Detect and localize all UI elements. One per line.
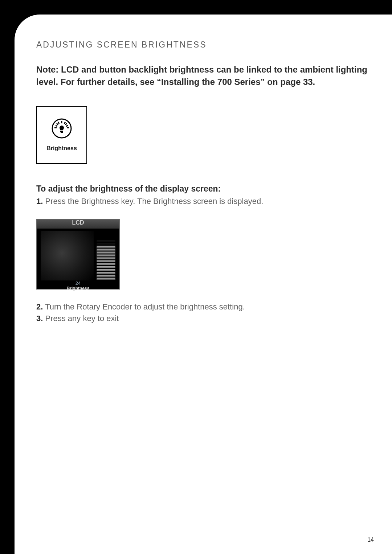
brightness-caption: Brightness <box>37 286 119 291</box>
brightness-bulb-icon <box>52 118 72 139</box>
step-3: 3. Press any key to exit <box>36 314 370 323</box>
step-1: 1. Press the Brightness key. The Brightn… <box>36 197 370 206</box>
brightness-key-label: Brightness <box>46 145 77 152</box>
svg-line-11 <box>66 126 68 126</box>
section-heading: ADJUSTING SCREEN BRIGHTNESS <box>36 40 370 50</box>
svg-line-9 <box>64 122 65 124</box>
svg-line-8 <box>58 122 59 124</box>
brightness-gauge <box>97 231 115 280</box>
step-2-number: 2. <box>36 302 43 311</box>
lcd-title-bar: LCD <box>37 219 119 229</box>
procedure-subheading: To adjust the brightness of the display … <box>36 184 370 194</box>
page-number: 14 <box>367 537 374 543</box>
step-1-text: Press the Brightness key. The Brightness… <box>45 197 263 206</box>
lcd-brightness-screenshot: LCD 24 Brightness <box>36 219 120 290</box>
manual-page: ADJUSTING SCREEN BRIGHTNESS Note: LCD an… <box>15 15 392 554</box>
svg-line-5 <box>65 123 67 125</box>
step-3-text: Press any key to exit <box>45 314 119 323</box>
sonar-background <box>41 231 94 280</box>
note-paragraph: Note: LCD and button backlight brightnes… <box>36 63 370 88</box>
step-2: 2. Turn the Rotary Encoder to adjust the… <box>36 302 370 312</box>
step-2-text: Turn the Rotary Encoder to adjust the br… <box>45 302 245 311</box>
brightness-value: 24 <box>37 280 119 286</box>
svg-line-4 <box>57 123 58 125</box>
svg-line-10 <box>56 126 57 126</box>
brightness-key-diagram: Brightness <box>36 106 87 164</box>
step-1-number: 1. <box>36 197 43 206</box>
step-3-number: 3. <box>36 314 43 323</box>
svg-rect-1 <box>60 131 63 132</box>
svg-rect-2 <box>61 132 63 133</box>
lcd-title: LCD <box>72 219 84 226</box>
